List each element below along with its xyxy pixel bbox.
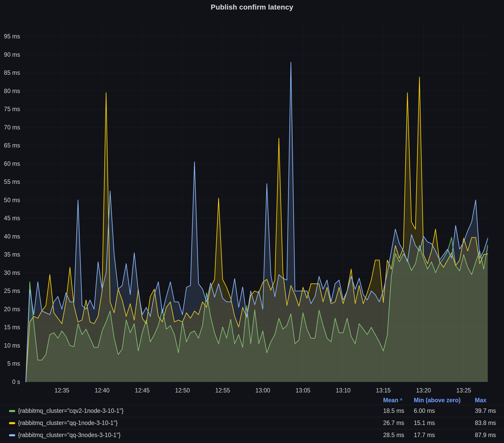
- series-color-swatch-icon: [9, 422, 15, 424]
- y-axis-tick-label: 90 ms: [4, 51, 20, 58]
- x-axis-tick-label: 13:20: [416, 387, 431, 394]
- x-axis-tick-label: 12:50: [175, 387, 190, 394]
- y-axis-tick-label: 25 ms: [4, 288, 20, 294]
- series-label: {rabbitmq_cluster="cqv2-1node-3-10-1"}: [18, 407, 124, 414]
- y-axis-tick-label: 95 ms: [4, 33, 20, 40]
- legend-column-max[interactable]: Max: [475, 397, 486, 404]
- legend-column-min-above-zero[interactable]: Min (above zero): [414, 397, 460, 404]
- y-axis-tick-label: 0 s: [12, 379, 20, 385]
- y-axis-tick-label: 55 ms: [4, 178, 20, 185]
- series-mean-value: 18.5 ms: [383, 407, 404, 414]
- legend-rows: {rabbitmq_cluster="cqv2-1node-3-10-1"}18…: [0, 405, 504, 441]
- x-axis-tick-label: 12:45: [135, 387, 150, 394]
- series-min-above-zero-value: 6.00 ms: [414, 407, 435, 414]
- series-min-above-zero-value: 17.7 ms: [414, 432, 435, 439]
- series-min-above-zero-value: 15.1 ms: [414, 420, 435, 426]
- legend-row-0[interactable]: {rabbitmq_cluster="cqv2-1node-3-10-1"}18…: [0, 405, 504, 417]
- legend-row-2[interactable]: {rabbitmq_cluster="qq-3nodes-3-10-1"}28.…: [0, 429, 504, 441]
- x-axis-tick-label: 13:25: [456, 387, 471, 394]
- y-axis-tick-label: 75 ms: [4, 106, 20, 112]
- x-axis-tick-label: 13:15: [376, 387, 391, 394]
- x-axis-tick-label: 13:00: [255, 387, 270, 394]
- x-axis-tick-label: 12:55: [215, 387, 230, 394]
- y-axis-tick-label: 35 ms: [4, 251, 20, 258]
- x-axis-tick-label: 12:40: [95, 387, 110, 394]
- y-axis-tick-label: 5 ms: [7, 360, 20, 367]
- y-axis-tick-label: 85 ms: [4, 69, 20, 76]
- chart-canvas[interactable]: 0 s5 ms10 ms15 ms20 ms25 ms30 ms35 ms40 …: [0, 0, 504, 395]
- latency-chart: 0 s5 ms10 ms15 ms20 ms25 ms30 ms35 ms40 …: [0, 0, 504, 396]
- legend-header-row: Mean^ Min (above zero) Max: [0, 396, 504, 405]
- series-mean-value: 26.7 ms: [383, 420, 404, 426]
- series-mean-value: 28.5 ms: [383, 432, 404, 439]
- y-axis-tick-label: 80 ms: [4, 88, 20, 94]
- series-color-swatch-icon: [9, 410, 15, 412]
- y-axis-tick-label: 70 ms: [4, 124, 20, 131]
- y-axis-tick-label: 45 ms: [4, 215, 20, 222]
- series-label: {rabbitmq_cluster="qq-3nodes-3-10-1"}: [18, 432, 121, 439]
- grafana-panel: Publish confirm latency 0 s5 ms10 ms15 m…: [0, 0, 504, 443]
- x-axis-tick-label: 12:35: [55, 387, 70, 394]
- series-max-value: 87.9 ms: [475, 432, 496, 439]
- y-axis-tick-label: 15 ms: [4, 324, 20, 331]
- y-axis-tick-label: 30 ms: [4, 269, 20, 276]
- series-max-value: 39.7 ms: [475, 407, 496, 414]
- legend-table: Mean^ Min (above zero) Max {rabbitmq_clu…: [0, 396, 504, 441]
- y-axis-tick-label: 10 ms: [4, 342, 20, 349]
- legend-column-mean[interactable]: Mean^: [383, 397, 402, 404]
- series-max-value: 83.8 ms: [475, 420, 496, 426]
- x-axis-tick-label: 13:10: [336, 387, 351, 394]
- sort-ascending-icon: ^: [398, 398, 403, 403]
- y-axis-tick-label: 40 ms: [4, 233, 20, 240]
- series-color-swatch-icon: [9, 434, 15, 436]
- legend-row-1[interactable]: {rabbitmq_cluster="qq-1node-3-10-1"}26.7…: [0, 417, 504, 429]
- y-axis-tick-label: 20 ms: [4, 306, 20, 313]
- y-axis-tick-label: 60 ms: [4, 160, 20, 167]
- series-label: {rabbitmq_cluster="qq-1node-3-10-1"}: [18, 420, 118, 426]
- y-axis-tick-label: 65 ms: [4, 142, 20, 149]
- y-axis-tick-label: 50 ms: [4, 197, 20, 203]
- x-axis-tick-label: 13:05: [296, 387, 310, 394]
